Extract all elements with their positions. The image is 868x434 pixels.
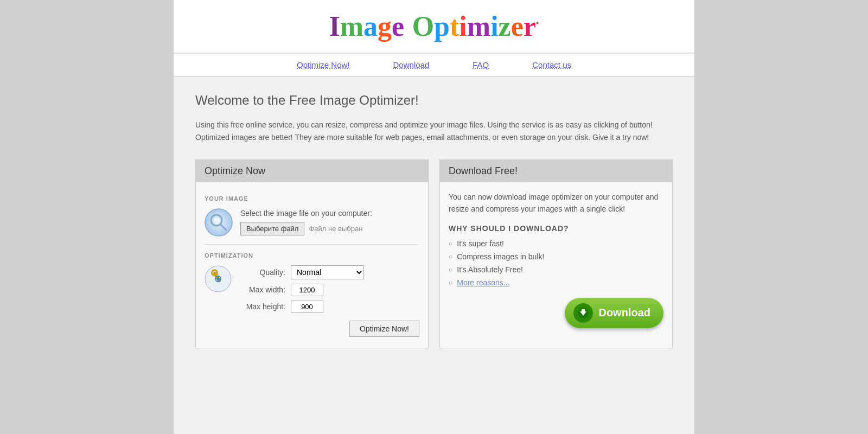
logo: Image Optimizer•	[329, 11, 539, 42]
optimize-panel: Optimize Now YOUR IMAGE	[195, 159, 429, 348]
reason-4: More reasons...	[449, 278, 663, 287]
nav-faq[interactable]: FAQ	[473, 60, 489, 69]
svg-rect-11	[582, 309, 585, 312]
optimize-now-button[interactable]: Optimize Now!	[349, 321, 419, 337]
select-image-area: Select the image file on your computer: …	[240, 209, 372, 235]
left-sidebar	[0, 0, 157, 434]
why-download-title: WHY SHOULD I DOWNLOAD?	[449, 224, 663, 233]
main-nav: Optimize Now! Download FAQ Contact us	[174, 53, 694, 76]
search-icon	[205, 208, 233, 237]
download-btn-wrapper: Download	[449, 298, 663, 328]
settings-icon	[205, 265, 232, 292]
header: Image Optimizer•	[174, 0, 694, 53]
nav-contact[interactable]: Contact us	[532, 60, 571, 69]
quality-select[interactable]: Low Normal High Very High	[291, 265, 364, 279]
download-panel-header: Download Free!	[440, 160, 672, 182]
optimize-panel-header: Optimize Now	[196, 160, 428, 182]
main-content: Welcome to the Free Image Optimizer! Usi…	[174, 76, 694, 365]
download-description: You can now download image optimizer on …	[449, 191, 663, 215]
max-width-label: Max width:	[239, 285, 285, 294]
nav-download[interactable]: Download	[393, 60, 430, 69]
reason-3: It's Absolutely Free!	[449, 265, 663, 274]
reason-1: It's super fast!	[449, 239, 663, 248]
svg-point-3	[213, 217, 220, 224]
your-image-label: YOUR IMAGE	[205, 195, 419, 202]
your-image-row: Select the image file on your computer: …	[205, 208, 419, 237]
welcome-title: Welcome to the Free Image Optimizer!	[195, 93, 673, 108]
svg-point-7	[216, 277, 220, 280]
max-height-input[interactable]	[291, 301, 323, 313]
more-reasons-link[interactable]: More reasons...	[457, 278, 509, 287]
optimize-panel-body: YOUR IMAGE	[196, 182, 428, 348]
download-panel: Download Free! You can now download imag…	[439, 159, 673, 348]
download-arrow-icon	[573, 303, 593, 323]
optimization-label: OPTIMIZATION	[205, 252, 419, 259]
nav-optimize-now[interactable]: Optimize Now!	[297, 60, 350, 69]
download-button[interactable]: Download	[565, 298, 663, 328]
download-button-label: Download	[598, 307, 650, 319]
reasons-list: It's super fast! Compress images in bulk…	[449, 239, 663, 287]
quality-row: Quality: Low Normal High Very High	[239, 265, 364, 279]
reason-2: Compress images in bulk!	[449, 252, 663, 261]
select-image-label: Select the image file on your computer:	[240, 209, 372, 218]
divider	[205, 244, 419, 245]
quality-label: Quality:	[239, 268, 285, 277]
file-input-row: Выберите файл Файл не выбран	[240, 222, 372, 235]
welcome-text: Using this free online service, you can …	[195, 119, 673, 143]
max-width-input[interactable]	[291, 284, 323, 296]
max-width-row: Max width:	[239, 284, 364, 296]
optimization-body: Quality: Low Normal High Very High	[205, 265, 419, 313]
right-sidebar	[711, 0, 868, 434]
max-height-label: Max height:	[239, 302, 285, 311]
panels: Optimize Now YOUR IMAGE	[195, 159, 673, 348]
file-choose-button[interactable]: Выберите файл	[240, 222, 304, 235]
file-no-selected: Файл не выбран	[309, 225, 362, 233]
download-panel-body: You can now download image optimizer on …	[440, 182, 672, 337]
opt-fields: Quality: Low Normal High Very High	[239, 265, 364, 313]
max-height-row: Max height:	[239, 301, 364, 313]
